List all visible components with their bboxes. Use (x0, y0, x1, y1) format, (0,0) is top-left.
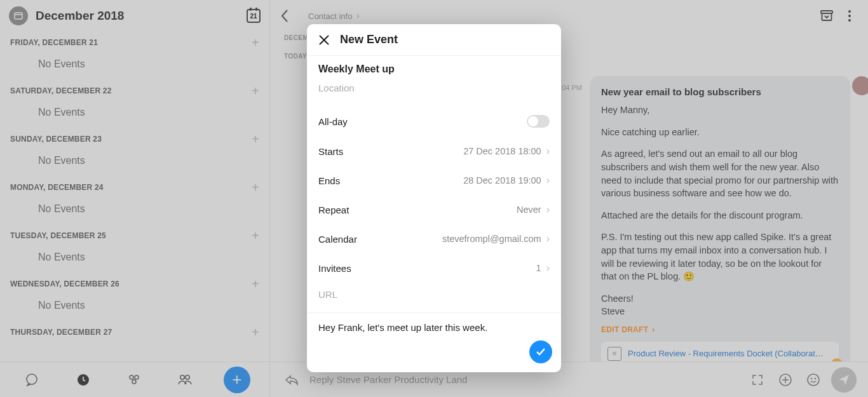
clock-icon[interactable] (71, 367, 96, 393)
starts-label: Starts (318, 146, 343, 157)
add-event-button[interactable]: + (252, 184, 259, 191)
chevron-right-icon: › (356, 10, 359, 22)
svg-point-11 (848, 10, 851, 13)
chevron-right-icon: › (546, 145, 550, 157)
svg-point-2 (27, 374, 37, 384)
document-icon: ≡ (607, 347, 621, 361)
svg-point-8 (186, 375, 189, 379)
day-list: Friday, December 21+ No Events Saturday,… (0, 32, 269, 361)
allday-row[interactable]: All-day (307, 106, 561, 137)
message-subject: New year email to blog subscribers (601, 85, 839, 98)
svg-point-6 (132, 380, 136, 384)
confirm-event-button[interactable] (529, 340, 552, 363)
chevron-right-icon: › (546, 204, 550, 215)
repeat-label: Repeat (318, 205, 349, 215)
add-event-button[interactable]: + (252, 280, 259, 288)
attach-icon[interactable] (775, 370, 796, 390)
svg-point-17 (808, 374, 819, 386)
calendar-sidebar: December 2018 21 Friday, December 21+ No… (0, 0, 270, 397)
day-header-label: Friday, December 21 (10, 38, 98, 47)
allday-label: All-day (318, 116, 348, 127)
contacts-icon[interactable] (172, 367, 198, 393)
attachment-name: Product Review - Requirements Docket (Co… (628, 348, 825, 360)
add-event-button[interactable]: + (252, 328, 259, 336)
message-line: P.S. I'm testing out this new app called… (601, 231, 839, 283)
message-line: Steve (601, 306, 625, 316)
close-modal-button[interactable] (318, 34, 330, 46)
add-event-button[interactable]: + (252, 232, 259, 239)
message-card: New year email to blog subscribers Hey M… (590, 76, 850, 361)
ends-row[interactable]: Ends 28 Dec 2018 19:00› (307, 166, 561, 195)
sender-avatar[interactable] (852, 76, 868, 95)
svg-point-19 (815, 377, 816, 379)
sidebar-bottom-bar: + (0, 361, 269, 397)
breadcrumb-label: Contact info (308, 11, 352, 21)
allday-toggle[interactable] (527, 115, 550, 128)
today-calendar-icon[interactable]: 21 (247, 9, 261, 23)
edit-draft-label: EDIT DRAFT (601, 325, 648, 335)
edit-draft-button[interactable]: EDIT DRAFT › (601, 325, 839, 335)
calendar-row[interactable]: Calendar stevefrompl@gmail.com› (307, 224, 561, 253)
groups-icon[interactable] (121, 367, 147, 393)
message-line: Nice catching up earlier. (601, 126, 839, 139)
invitees-label: Invitees (318, 263, 351, 274)
day-body: No Events (0, 100, 269, 128)
compose-button[interactable]: + (224, 367, 250, 393)
starts-value: 27 Dec 2018 18:00 (463, 146, 541, 156)
invitees-row[interactable]: Invitees 1› (307, 253, 561, 283)
event-title-input[interactable]: Weekly Meet up (307, 64, 561, 83)
archive-icon[interactable] (818, 8, 835, 24)
attachment-chip[interactable]: ≡ Product Review - Requirements Docket (… (601, 342, 839, 361)
calendar-value: stevefrompl@gmail.com (442, 234, 541, 244)
message-timestamp: :04 PM (560, 84, 582, 91)
repeat-value: Never (517, 205, 541, 215)
day-body: No Events (0, 52, 269, 80)
event-url-input[interactable]: URL (307, 283, 561, 313)
svg-point-4 (130, 375, 133, 379)
ends-label: Ends (318, 175, 340, 186)
svg-point-18 (811, 377, 812, 379)
svg-rect-10 (822, 13, 832, 20)
add-event-button[interactable]: + (252, 39, 259, 46)
chevron-right-icon: › (546, 175, 550, 186)
starts-row[interactable]: Starts 27 Dec 2018 18:00› (307, 137, 561, 166)
send-button[interactable] (831, 367, 857, 393)
day-header-label: Saturday, December 22 (10, 86, 112, 95)
reply-icon[interactable] (281, 370, 302, 390)
day-header-label: Tuesday, December 25 (10, 231, 106, 240)
day-header-label: Monday, December 24 (10, 183, 104, 192)
chevron-right-icon: › (546, 262, 550, 274)
svg-point-12 (848, 15, 851, 17)
modal-title: New Event (340, 33, 398, 46)
chat-icon[interactable] (19, 367, 44, 393)
day-header-label: Thursday, December 27 (10, 328, 112, 337)
message-line: Hey Manny, (601, 104, 839, 117)
day-body: No Events (0, 293, 269, 321)
calendar-label: Calendar (318, 234, 357, 245)
more-menu-icon[interactable] (841, 8, 858, 24)
day-body: No Events (0, 197, 269, 225)
app-logo-icon (9, 6, 28, 25)
invitees-value: 1 (536, 263, 541, 273)
day-header-label: Sunday, December 23 (10, 135, 102, 144)
ends-value: 28 Dec 2018 19:00 (463, 175, 541, 185)
message-line: As agreed, let's send out an email to al… (601, 147, 839, 199)
chevron-right-icon: › (652, 325, 654, 335)
add-event-button[interactable]: + (252, 87, 259, 95)
day-body: No Events (0, 245, 269, 273)
edit-attachment-icon[interactable] (831, 358, 843, 361)
back-button[interactable] (280, 9, 289, 23)
svg-point-7 (180, 375, 184, 379)
new-event-modal: New Event Weekly Meet up Location All-da… (307, 24, 561, 372)
repeat-row[interactable]: Repeat Never› (307, 195, 561, 224)
emoji-icon[interactable] (803, 370, 824, 390)
reply-input[interactable]: Reply Steve Parker Productivity Land (309, 374, 740, 385)
add-event-button[interactable]: + (252, 135, 259, 143)
day-header-label: Wednesday, December 26 (10, 279, 119, 288)
contact-info-breadcrumb[interactable]: Contact info › (308, 10, 360, 22)
expand-icon[interactable] (747, 370, 768, 390)
event-location-input[interactable]: Location (307, 83, 561, 106)
svg-point-5 (135, 375, 139, 379)
message-line: Attached are the details for the discoun… (601, 209, 839, 222)
event-notes-input[interactable]: Hey Frank, let's meet up later this week… (307, 313, 561, 342)
